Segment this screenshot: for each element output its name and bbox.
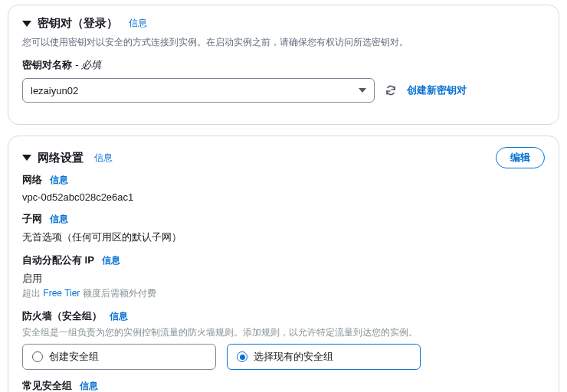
network-edit-button[interactable]: 编辑 (496, 147, 545, 168)
subnet-value: 无首选项（任何可用区的默认子网） (22, 229, 545, 244)
subnet-label: 子网 (22, 212, 42, 226)
publicip-label: 自动分配公有 IP (22, 253, 94, 267)
caret-down-icon (22, 21, 31, 27)
publicip-value: 启用 (22, 270, 545, 286)
keypair-name-label: 密钥对名称 - 必填 (22, 58, 101, 72)
subnet-info-link[interactable]: 信息 (50, 213, 68, 226)
firewall-desc: 安全组是一组负责为您的实例控制流量的防火墙规则。添加规则，以允许特定流量到达您的… (22, 326, 545, 339)
chevron-down-icon (359, 88, 366, 93)
keypair-select[interactable]: lezaiyun02 (22, 78, 375, 103)
sg-select-label: 选择现有的安全组 (254, 350, 333, 364)
subnet-field: 子网 信息 无首选项（任何可用区的默认子网） (22, 212, 545, 244)
network-title: 网络设置 (38, 151, 84, 165)
publicip-field: 自动分配公有 IP 信息 启用 超出 Free Tier 额度后需额外付费 (22, 253, 545, 300)
common-sg-label: 常见安全组 (22, 379, 72, 392)
sg-select-radio[interactable]: 选择现有的安全组 (227, 344, 421, 370)
vpc-field: 网络 信息 vpc-0d52abc028c2e6ac1 (22, 173, 545, 203)
create-keypair-link[interactable]: 创建新密钥对 (407, 83, 467, 97)
keypair-info-link[interactable]: 信息 (129, 17, 147, 30)
keypair-name-label-text: 密钥对名称 (22, 58, 72, 72)
keypair-desc: 您可以使用密钥对以安全的方式连接到实例。在启动实例之前，请确保您有权访问所选密钥… (22, 35, 545, 49)
network-info-link[interactable]: 信息 (94, 152, 113, 165)
publicip-info-link[interactable]: 信息 (102, 254, 120, 267)
network-panel-header: 网络设置 信息 编辑 (22, 147, 545, 168)
radio-icon (32, 351, 43, 362)
free-tier-link[interactable]: Free Tier (43, 288, 80, 299)
caret-down-icon[interactable] (22, 155, 31, 161)
vpc-value: vpc-0d52abc028c2e6ac1 (22, 190, 545, 203)
keypair-panel-header[interactable]: 密钥对（登录） 信息 (22, 16, 545, 31)
firewall-field: 防火墙（安全组） 信息 安全组是一组负责为您的实例控制流量的防火墙规则。添加规则… (22, 309, 545, 370)
firewall-label: 防火墙（安全组） (22, 309, 102, 323)
vpc-info-link[interactable]: 信息 (50, 174, 68, 187)
network-panel: 网络设置 信息 编辑 网络 信息 vpc-0d52abc028c2e6ac1 子… (8, 136, 559, 392)
keypair-required: - 必填 (75, 58, 101, 72)
publicip-note-pre: 超出 (22, 288, 43, 299)
common-sg-field: 常见安全组 信息 选择安全组 比较安全组规则 (22, 379, 545, 392)
vpc-label: 网络 (22, 173, 42, 187)
publicip-note-post: 额度后需额外付费 (80, 288, 156, 299)
firewall-info-link[interactable]: 信息 (110, 310, 128, 323)
keypair-title: 密钥对（登录） (38, 16, 118, 31)
sg-create-label: 创建安全组 (49, 350, 99, 364)
keypair-selected-value: lezaiyun02 (31, 85, 78, 96)
sg-create-radio[interactable]: 创建安全组 (22, 344, 216, 370)
publicip-note: 超出 Free Tier 额度后需额外付费 (22, 286, 156, 300)
keypair-panel: 密钥对（登录） 信息 您可以使用密钥对以安全的方式连接到实例。在启动实例之前，请… (8, 5, 559, 125)
refresh-icon (385, 84, 397, 96)
keypair-name-field: 密钥对名称 - 必填 lezaiyun02 创建新密钥对 (22, 58, 545, 103)
common-sg-info-link[interactable]: 信息 (80, 380, 98, 393)
radio-icon (237, 351, 247, 362)
keypair-refresh-button[interactable] (384, 83, 398, 97)
